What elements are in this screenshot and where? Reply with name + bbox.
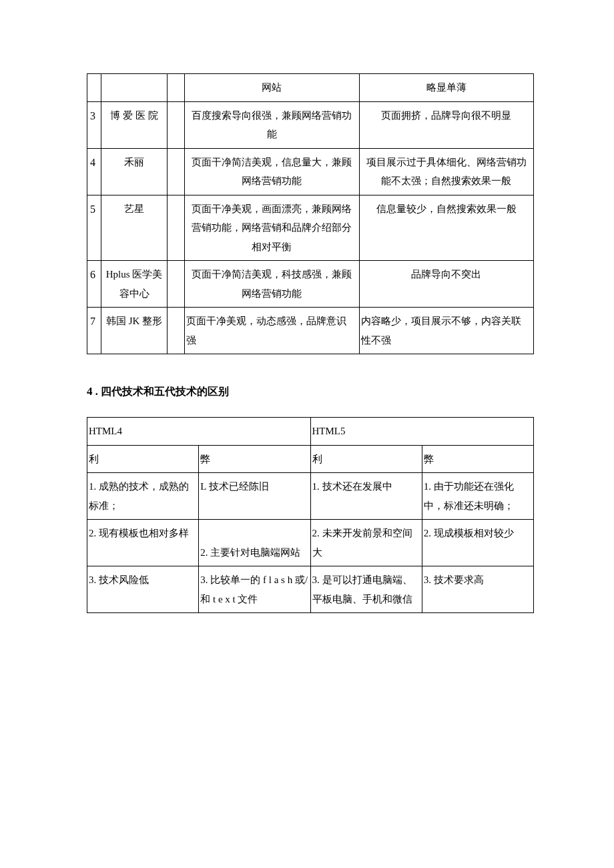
cell: 2. 未来开发前景和空间大	[310, 520, 422, 566]
header-html4: HTML4	[87, 418, 311, 446]
cell: 3. 技术风险低	[87, 566, 199, 613]
table-row: 2. 现有模板也相对多样 2. 主要针对电脑端网站 2. 未来开发前景和空间大 …	[87, 520, 534, 566]
competitor-name: Hplus 医学美容中心	[101, 261, 167, 308]
cell	[168, 261, 185, 308]
cell: 3. 技术要求高	[422, 566, 533, 613]
table-row: 3 博 爱 医 院 百度搜索导向很强，兼顾网络营销功能 页面拥挤，品牌导向很不明…	[87, 101, 534, 148]
cell: 1. 成熟的技术，成熟的标准；	[87, 473, 199, 520]
cell	[168, 101, 185, 148]
table-row: 4 禾丽 页面干净简洁美观，信息量大，兼顾网络营销功能 项目展示过于具体细化、网…	[87, 148, 534, 195]
cons-cell: 内容略少，项目展示不够，内容关联性不强	[359, 308, 533, 354]
cons-cell: 信息量较少，自然搜索效果一般	[359, 195, 533, 261]
cell	[168, 195, 185, 261]
table-row: 利 弊 利 弊	[87, 445, 534, 473]
cell: 2. 现有模板也相对多样	[87, 520, 199, 566]
table-row: HTML4 HTML5	[87, 418, 534, 446]
cell: 略显单薄	[359, 74, 533, 102]
heading-text: . 四代技术和五代技术的区别	[95, 386, 229, 397]
subheader-cons: 弊	[422, 445, 533, 473]
cons-cell: 页面拥挤，品牌导向很不明显	[359, 101, 533, 148]
cell	[101, 74, 167, 102]
cell: 2. 现成模板相对较少	[422, 520, 533, 566]
cell	[168, 148, 185, 195]
row-number: 4	[87, 148, 101, 195]
cell: 3. 比较单一的 f l a s h 或/ 和 t e x t 文件	[199, 566, 310, 613]
cell	[168, 74, 185, 102]
document-page: 网站 略显单薄 3 博 爱 医 院 百度搜索导向很强，兼顾网络营销功能 页面拥挤…	[0, 0, 614, 868]
pros-cell: 页面干净美观，画面漂亮，兼顾网络营销功能，网络营销和品牌介绍部分相对平衡	[185, 195, 359, 261]
subheader-cons: 弊	[199, 445, 310, 473]
table-row: 7 韩国 JK 整形 页面干净美观，动态感强，品牌意识强 内容略少，项目展示不够…	[87, 308, 534, 354]
tech-compare-table: HTML4 HTML5 利 弊 利 弊 1. 成熟的技术，成熟的标准； L 技术…	[87, 417, 534, 613]
table-row: 1. 成熟的技术，成熟的标准； L 技术已经陈旧 1. 技术还在发展中 1. 由…	[87, 473, 534, 520]
table-row: 网站 略显单薄	[87, 74, 534, 102]
table-row: 3. 技术风险低 3. 比较单一的 f l a s h 或/ 和 t e x t…	[87, 566, 534, 613]
competitor-name: 韩国 JK 整形	[101, 308, 167, 354]
pros-cell: 页面干净简洁美观，科技感强，兼顾网络营销功能	[185, 261, 359, 308]
cell: 1. 由于功能还在强化中，标准还未明确；	[422, 473, 533, 520]
cell	[87, 74, 101, 102]
competitor-name: 艺星	[101, 195, 167, 261]
cons-cell: 品牌导向不突出	[359, 261, 533, 308]
pros-cell: 百度搜索导向很强，兼顾网络营销功能	[185, 101, 359, 148]
cell: 3. 是可以打通电脑端、平板电脑、手机和微信	[310, 566, 422, 613]
table-row: 5 艺星 页面干净美观，画面漂亮，兼顾网络营销功能，网络营销和品牌介绍部分相对平…	[87, 195, 534, 261]
cell: 2. 主要针对电脑端网站	[199, 520, 310, 566]
row-number: 7	[87, 308, 101, 354]
cell: 1. 技术还在发展中	[310, 473, 422, 520]
pros-cell: 页面干净简洁美观，信息量大，兼顾网络营销功能	[185, 148, 359, 195]
section-heading: 4 . 四代技术和五代技术的区别	[87, 381, 534, 402]
row-number: 5	[87, 195, 101, 261]
competitor-name: 禾丽	[101, 148, 167, 195]
competitor-table: 网站 略显单薄 3 博 爱 医 院 百度搜索导向很强，兼顾网络营销功能 页面拥挤…	[87, 73, 534, 354]
subheader-pros: 利	[87, 445, 199, 473]
table-row: 6 Hplus 医学美容中心 页面干净简洁美观，科技感强，兼顾网络营销功能 品牌…	[87, 261, 534, 308]
cell	[168, 308, 185, 354]
heading-number: 4	[87, 385, 95, 398]
competitor-name: 博 爱 医 院	[101, 101, 167, 148]
pros-cell: 页面干净美观，动态感强，品牌意识强	[185, 308, 359, 354]
row-number: 3	[87, 101, 101, 148]
cons-cell: 项目展示过于具体细化、网络营销功能不太强；自然搜索效果一般	[359, 148, 533, 195]
row-number: 6	[87, 261, 101, 308]
cell: 网站	[185, 74, 359, 102]
header-html5: HTML5	[310, 418, 534, 446]
cell: L 技术已经陈旧	[199, 473, 310, 520]
subheader-pros: 利	[310, 445, 422, 473]
